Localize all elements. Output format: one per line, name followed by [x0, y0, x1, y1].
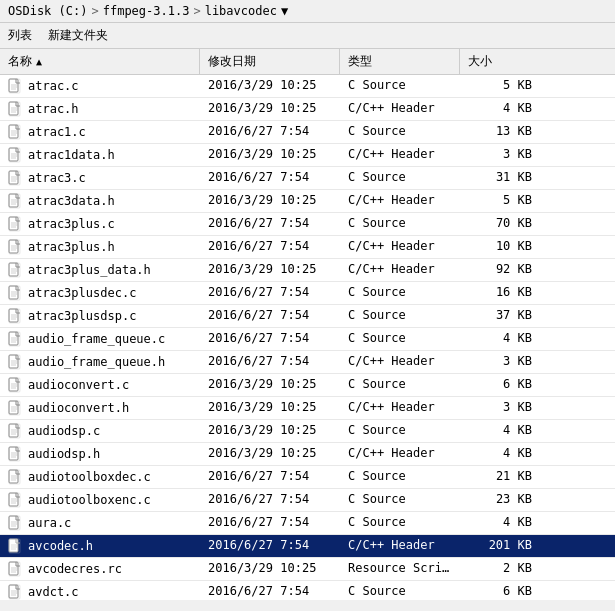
- file-name-text: atrac3data.h: [28, 194, 115, 208]
- file-name-text: atrac3plus.h: [28, 240, 115, 254]
- table-row[interactable]: atrac.h2016/3/29 10:25C/C++ Header4 KB: [0, 98, 615, 121]
- file-size-cell: 5 KB: [460, 75, 540, 97]
- table-row[interactable]: audiotoolboxenc.c2016/6/27 7:54C Source2…: [0, 489, 615, 512]
- title-bar: OSDisk (C:) > ffmpeg-3.1.3 > libavcodec …: [0, 0, 615, 23]
- table-row[interactable]: atrac3plusdec.c2016/6/27 7:54C Source16 …: [0, 282, 615, 305]
- col-header-size[interactable]: 大小: [460, 49, 540, 74]
- file-modified-cell: 2016/6/27 7:54: [200, 581, 340, 600]
- toolbar-list-item[interactable]: 列表: [8, 27, 32, 44]
- file-modified-cell: 2016/6/27 7:54: [200, 167, 340, 189]
- file-name-text: audioconvert.c: [28, 378, 129, 392]
- file-modified-cell: 2016/6/27 7:54: [200, 121, 340, 143]
- file-type-cell: C/C++ Header: [340, 259, 460, 281]
- file-name-cell: audioconvert.h: [0, 397, 200, 419]
- table-row[interactable]: atrac1data.h2016/3/29 10:25C/C++ Header3…: [0, 144, 615, 167]
- file-name-cell: audiotoolboxdec.c: [0, 466, 200, 488]
- table-row[interactable]: audioconvert.h2016/3/29 10:25C/C++ Heade…: [0, 397, 615, 420]
- file-name-text: audiodsp.h: [28, 447, 100, 461]
- table-row[interactable]: audio_frame_queue.c2016/6/27 7:54C Sourc…: [0, 328, 615, 351]
- file-type-cell: C/C++ Header: [340, 144, 460, 166]
- table-row[interactable]: audio_frame_queue.h2016/6/27 7:54C/C++ H…: [0, 351, 615, 374]
- sort-arrow-icon: ▲: [36, 56, 42, 67]
- file-type-cell: C Source: [340, 420, 460, 442]
- file-list-container: 名称 ▲ 修改日期 类型 大小 atrac.c2016/3/29 10:25C …: [0, 49, 615, 600]
- file-name-cell: audiodsp.c: [0, 420, 200, 442]
- path-arrow[interactable]: ▼: [281, 4, 288, 18]
- file-icon: [8, 216, 24, 232]
- file-modified-cell: 2016/3/29 10:25: [200, 190, 340, 212]
- file-icon: [8, 124, 24, 140]
- file-name-cell: atrac3.c: [0, 167, 200, 189]
- separator2: >: [193, 4, 200, 18]
- svg-rect-65: [9, 378, 18, 391]
- file-modified-cell: 2016/3/29 10:25: [200, 558, 340, 580]
- toolbar: 列表 新建文件夹: [0, 23, 615, 49]
- file-modified-cell: 2016/3/29 10:25: [200, 420, 340, 442]
- file-type-cell: C Source: [340, 121, 460, 143]
- file-name-text: avdct.c: [28, 585, 79, 599]
- file-size-cell: 37 KB: [460, 305, 540, 327]
- file-type-cell: C/C++ Header: [340, 351, 460, 373]
- file-size-cell: 3 KB: [460, 351, 540, 373]
- svg-rect-30: [9, 217, 18, 230]
- file-name-cell: aura.c: [0, 512, 200, 534]
- file-modified-cell: 2016/3/29 10:25: [200, 443, 340, 465]
- file-name-cell: atrac.c: [0, 75, 200, 97]
- table-row[interactable]: audiotoolboxdec.c2016/6/27 7:54C Source2…: [0, 466, 615, 489]
- file-modified-cell: 2016/3/29 10:25: [200, 397, 340, 419]
- col-header-modified[interactable]: 修改日期: [200, 49, 340, 74]
- file-icon: [8, 331, 24, 347]
- file-size-cell: 13 KB: [460, 121, 540, 143]
- toolbar-new-folder[interactable]: 新建文件夹: [48, 27, 108, 44]
- path-osdisk[interactable]: OSDisk (C:): [8, 4, 87, 18]
- file-size-cell: 3 KB: [460, 144, 540, 166]
- file-icon: [8, 262, 24, 278]
- file-icon: [8, 354, 24, 370]
- svg-rect-10: [9, 125, 18, 138]
- file-name-text: atrac1data.h: [28, 148, 115, 162]
- path-breadcrumb: OSDisk (C:) > ffmpeg-3.1.3 > libavcodec …: [8, 4, 288, 18]
- svg-rect-0: [9, 79, 18, 92]
- file-type-cell: C Source: [340, 282, 460, 304]
- file-name-text: audiotoolboxenc.c: [28, 493, 151, 507]
- table-row[interactable]: audioconvert.c2016/3/29 10:25C Source6 K…: [0, 374, 615, 397]
- table-row[interactable]: avdct.c2016/6/27 7:54C Source6 KB: [0, 581, 615, 600]
- table-row[interactable]: atrac3plusdsp.c2016/6/27 7:54C Source37 …: [0, 305, 615, 328]
- file-name-cell: avdct.c: [0, 581, 200, 600]
- file-icon: [8, 285, 24, 301]
- table-row[interactable]: atrac.c2016/3/29 10:25C Source5 KB: [0, 75, 615, 98]
- table-row[interactable]: aura.c2016/6/27 7:54C Source4 KB: [0, 512, 615, 535]
- svg-rect-95: [9, 516, 18, 529]
- file-icon: [8, 469, 24, 485]
- svg-rect-85: [9, 470, 18, 483]
- svg-rect-45: [9, 286, 18, 299]
- col-header-type[interactable]: 类型: [340, 49, 460, 74]
- file-size-cell: 4 KB: [460, 443, 540, 465]
- table-row[interactable]: atrac3.c2016/6/27 7:54C Source31 KB: [0, 167, 615, 190]
- path-libavcodec[interactable]: libavcodec: [205, 4, 277, 18]
- file-icon: [8, 170, 24, 186]
- table-row[interactable]: avcodec.h2016/6/27 7:54C/C++ Header201 K…: [0, 535, 615, 558]
- file-list-body: atrac.c2016/3/29 10:25C Source5 KB atrac…: [0, 75, 615, 600]
- file-type-cell: C Source: [340, 512, 460, 534]
- file-size-cell: 201 KB: [460, 535, 540, 557]
- svg-rect-40: [9, 263, 18, 276]
- table-row[interactable]: atrac3plus.c2016/6/27 7:54C Source70 KB: [0, 213, 615, 236]
- table-row[interactable]: atrac3plus_data.h2016/3/29 10:25C/C++ He…: [0, 259, 615, 282]
- table-row[interactable]: audiodsp.h2016/3/29 10:25C/C++ Header4 K…: [0, 443, 615, 466]
- col-header-name[interactable]: 名称 ▲: [0, 49, 200, 74]
- file-name-cell: audioconvert.c: [0, 374, 200, 396]
- svg-rect-80: [9, 447, 18, 460]
- file-name-text: atrac3plus_data.h: [28, 263, 151, 277]
- table-row[interactable]: atrac3plus.h2016/6/27 7:54C/C++ Header10…: [0, 236, 615, 259]
- file-name-text: atrac3plus.c: [28, 217, 115, 231]
- file-size-cell: 4 KB: [460, 98, 540, 120]
- file-modified-cell: 2016/6/27 7:54: [200, 305, 340, 327]
- table-row[interactable]: atrac3data.h2016/3/29 10:25C/C++ Header5…: [0, 190, 615, 213]
- svg-rect-35: [9, 240, 18, 253]
- table-row[interactable]: avcodecres.rc2016/3/29 10:25Resource Scr…: [0, 558, 615, 581]
- svg-rect-20: [9, 171, 18, 184]
- path-ffmpeg[interactable]: ffmpeg-3.1.3: [103, 4, 190, 18]
- table-row[interactable]: audiodsp.c2016/3/29 10:25C Source4 KB: [0, 420, 615, 443]
- table-row[interactable]: atrac1.c2016/6/27 7:54C Source13 KB: [0, 121, 615, 144]
